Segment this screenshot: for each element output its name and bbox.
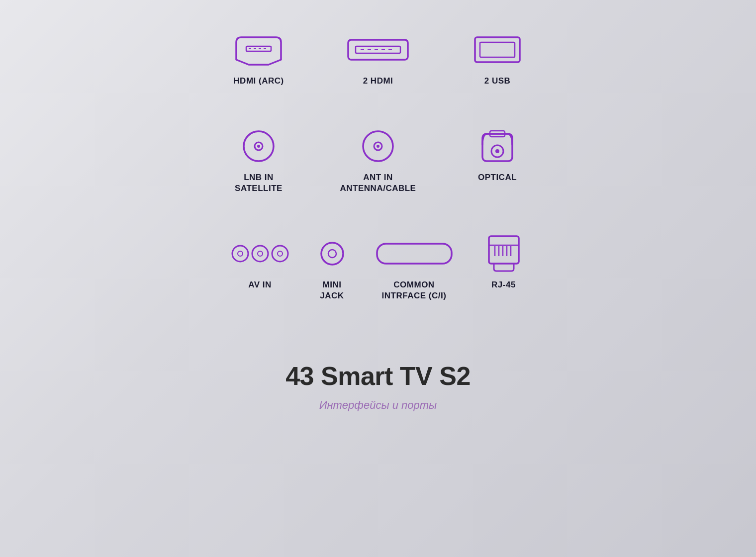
- minijack-icon: [317, 234, 347, 274]
- svg-rect-12: [475, 37, 520, 62]
- ant-icon: [358, 126, 398, 166]
- port-rj45: RJ-45: [481, 234, 526, 290]
- lnb-icon: [239, 126, 279, 166]
- main-container: HDMI (ARC) 2 HDMI: [214, 0, 542, 412]
- port-hdmi-arc: HDMI (ARC): [214, 30, 303, 87]
- minijack-label: MINIJACK: [320, 279, 344, 301]
- svg-point-19: [377, 145, 379, 148]
- ci-label: COMMONINTRFACE (C/I): [382, 279, 447, 301]
- optical-icon: [475, 126, 520, 166]
- svg-point-26: [252, 246, 268, 262]
- svg-point-27: [258, 251, 263, 256]
- svg-rect-13: [480, 42, 515, 57]
- port-ant: ANT INANTENNA/CABLE: [333, 126, 423, 194]
- svg-point-30: [321, 243, 343, 265]
- ports-row2: LNB INSATELLITE ANT INANTENNA/CABLE: [214, 126, 542, 194]
- port-usb2: 2 USB: [453, 30, 542, 87]
- svg-point-31: [328, 250, 336, 258]
- hdmi2-label: 2 HDMI: [363, 76, 393, 87]
- product-subtitle: Интерфейсы и порты: [319, 399, 437, 412]
- port-hdmi2: 2 HDMI: [333, 30, 423, 87]
- title-section: 43 Smart TV S2 Интерфейсы и порты: [285, 361, 471, 412]
- lnb-label: LNB INSATELLITE: [235, 172, 283, 194]
- port-av: AV IN: [230, 234, 290, 290]
- hdmi-arc-icon: [231, 30, 286, 70]
- svg-point-24: [232, 246, 248, 262]
- ports-row1: HDMI (ARC) 2 HDMI: [214, 30, 542, 87]
- av-icon: [230, 234, 290, 274]
- av-label: AV IN: [248, 279, 272, 290]
- svg-point-23: [495, 149, 499, 153]
- svg-rect-32: [377, 244, 452, 264]
- svg-point-25: [238, 251, 243, 256]
- port-lnb: LNB INSATELLITE: [214, 126, 303, 194]
- product-title: 43 Smart TV S2: [285, 361, 471, 391]
- ports-row3: AV IN MINIJACK COMMONINTRFACE (C/I): [230, 234, 526, 301]
- usb2-icon: [470, 30, 525, 70]
- hdmi2-icon: [346, 30, 410, 70]
- hdmi-arc-label: HDMI (ARC): [233, 76, 284, 87]
- ci-icon: [375, 234, 454, 274]
- rj45-label: RJ-45: [491, 279, 516, 290]
- optical-label: OPTICAL: [478, 172, 517, 183]
- usb2-label: 2 USB: [484, 76, 511, 87]
- port-optical: OPTICAL: [453, 126, 542, 194]
- svg-rect-33: [489, 236, 519, 264]
- svg-point-28: [272, 246, 288, 262]
- port-minijack: MINIJACK: [317, 234, 347, 301]
- svg-point-16: [257, 145, 260, 148]
- rj45-icon: [481, 234, 526, 274]
- port-ci: COMMONINTRFACE (C/I): [375, 234, 454, 301]
- ant-label: ANT INANTENNA/CABLE: [340, 172, 416, 194]
- svg-point-29: [278, 251, 283, 256]
